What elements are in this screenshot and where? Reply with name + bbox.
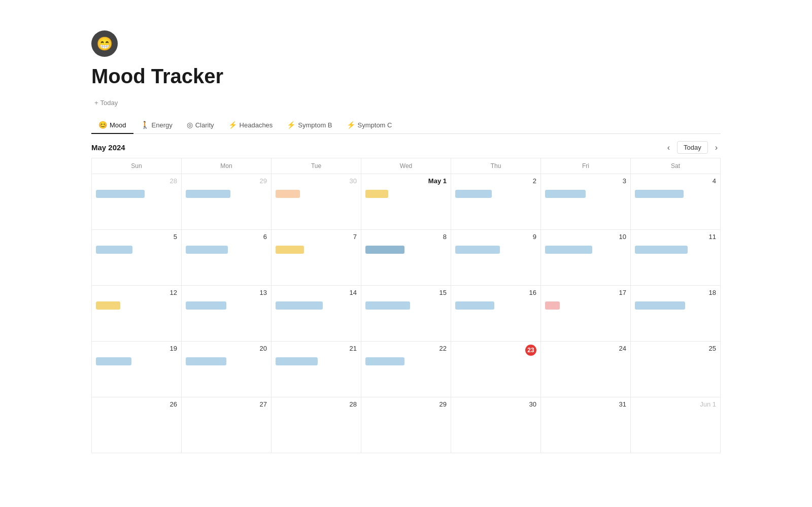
calendar-grid: SunMonTueWedThuFriSat 282930May 12345678… <box>91 158 721 453</box>
calendar-cell[interactable]: 18 <box>631 286 721 342</box>
date-number: 2 <box>533 177 536 185</box>
event-bar[interactable] <box>365 357 404 365</box>
event-bar[interactable] <box>96 301 120 310</box>
calendar-cell[interactable]: 27 <box>182 397 272 453</box>
calendar-cell[interactable]: 4 <box>631 174 721 230</box>
event-bar[interactable] <box>635 246 688 254</box>
event-bar[interactable] <box>96 357 131 365</box>
next-month-button[interactable]: › <box>712 142 721 153</box>
event-bar[interactable] <box>276 246 304 254</box>
today-date-number: 23 <box>525 345 536 356</box>
calendar-cell[interactable]: 25 <box>631 342 721 397</box>
calendar-cell[interactable]: 20 <box>182 342 272 397</box>
event-bar[interactable] <box>186 190 230 198</box>
symptom-c-tab-label: Symptom C <box>358 121 392 129</box>
calendar-cell[interactable]: 15 <box>361 286 451 342</box>
calendar-cell[interactable]: 24 <box>541 342 631 397</box>
event-bar[interactable] <box>545 301 560 310</box>
calendar-cell[interactable]: 16 <box>451 286 541 342</box>
calendar-cell[interactable]: 26 <box>92 397 182 453</box>
mood-tab-label: Mood <box>110 121 126 129</box>
page-wrapper: 😁 Mood Tracker + Today 😊Mood🚶Energy◎Clar… <box>51 0 761 474</box>
calendar-cell[interactable]: 19 <box>92 342 182 397</box>
calendar-cell[interactable]: 23 <box>451 342 541 397</box>
calendar-cell[interactable]: 17 <box>541 286 631 342</box>
calendar-nav: ‹ Today › <box>664 141 721 154</box>
tab-mood[interactable]: 😊Mood <box>91 117 133 134</box>
event-bar[interactable] <box>545 246 592 254</box>
calendar-cell[interactable]: 6 <box>182 230 272 286</box>
calendar-header: May 2024 ‹ Today › <box>91 134 721 158</box>
date-number: 30 <box>350 177 357 185</box>
date-number: 20 <box>260 345 267 352</box>
calendar-cell[interactable]: 30 <box>451 397 541 453</box>
calendar-cell[interactable]: 31 <box>541 397 631 453</box>
tab-clarity[interactable]: ◎Clarity <box>180 117 221 134</box>
today-nav-button[interactable]: Today <box>677 141 708 154</box>
calendar-cell[interactable]: 30 <box>272 174 361 230</box>
calendar-cell[interactable]: Jun 1 <box>631 397 721 453</box>
event-bar[interactable] <box>455 246 500 254</box>
calendar-cell[interactable]: 8 <box>361 230 451 286</box>
prev-month-button[interactable]: ‹ <box>664 142 673 153</box>
date-number: 29 <box>439 400 447 408</box>
event-bar[interactable] <box>635 190 684 198</box>
calendar-cell[interactable]: 11 <box>631 230 721 286</box>
add-today-button[interactable]: + Today <box>91 97 121 109</box>
event-bar[interactable] <box>365 190 388 198</box>
event-bar[interactable] <box>276 301 323 310</box>
event-bar[interactable] <box>635 301 685 310</box>
calendar-cell[interactable]: 10 <box>541 230 631 286</box>
tab-energy[interactable]: 🚶Energy <box>133 117 180 134</box>
calendar-cell[interactable]: 3 <box>541 174 631 230</box>
date-number: May 1 <box>428 177 447 185</box>
clarity-tab-icon: ◎ <box>187 121 193 129</box>
calendar-cell[interactable]: 12 <box>92 286 182 342</box>
calendar-cell[interactable]: 22 <box>361 342 451 397</box>
calendar-cell[interactable]: 14 <box>272 286 361 342</box>
event-bar[interactable] <box>186 357 226 365</box>
col-header-sun: Sun <box>92 158 182 174</box>
event-bar[interactable] <box>96 190 145 198</box>
calendar-cell[interactable]: 13 <box>182 286 272 342</box>
calendar-cell[interactable]: 2 <box>451 174 541 230</box>
calendar-cell[interactable]: 9 <box>451 230 541 286</box>
event-bar[interactable] <box>186 301 226 310</box>
calendar-cell[interactable]: 29 <box>182 174 272 230</box>
date-number: 21 <box>350 345 357 352</box>
col-header-mon: Mon <box>182 158 272 174</box>
date-number: 28 <box>350 400 357 408</box>
date-number: 22 <box>439 345 447 352</box>
tab-symptom-c[interactable]: ⚡Symptom C <box>340 117 399 134</box>
date-number: 15 <box>439 289 447 296</box>
calendar-cell[interactable]: 28 <box>272 397 361 453</box>
event-bar[interactable] <box>276 357 318 365</box>
date-number: 9 <box>533 233 536 241</box>
emoji-icon: 😁 <box>96 36 113 52</box>
calendar-cell[interactable]: May 1 <box>361 174 451 230</box>
event-bar[interactable] <box>186 246 228 254</box>
event-bar[interactable] <box>365 301 410 310</box>
date-number: 31 <box>619 400 626 408</box>
date-number: 5 <box>174 233 177 241</box>
event-bar[interactable] <box>545 190 586 198</box>
event-bar[interactable] <box>365 246 404 254</box>
tab-symptom-b[interactable]: ⚡Symptom B <box>280 117 339 134</box>
calendar-cell[interactable]: 29 <box>361 397 451 453</box>
event-bar[interactable] <box>276 190 300 198</box>
date-number: 30 <box>529 400 536 408</box>
calendar-cell[interactable]: 28 <box>92 174 182 230</box>
tab-headaches[interactable]: ⚡Headaches <box>221 117 280 134</box>
date-number: 11 <box>709 233 716 241</box>
date-number: 12 <box>170 289 177 296</box>
col-header-wed: Wed <box>361 158 451 174</box>
calendar-cell[interactable]: 21 <box>272 342 361 397</box>
calendar-cell[interactable]: 5 <box>92 230 182 286</box>
event-bar[interactable] <box>455 301 494 310</box>
calendar-cell[interactable]: 7 <box>272 230 361 286</box>
col-header-fri: Fri <box>541 158 631 174</box>
date-number: 3 <box>623 177 626 185</box>
event-bar[interactable] <box>96 246 132 254</box>
date-number: 18 <box>709 289 716 296</box>
event-bar[interactable] <box>455 190 492 198</box>
